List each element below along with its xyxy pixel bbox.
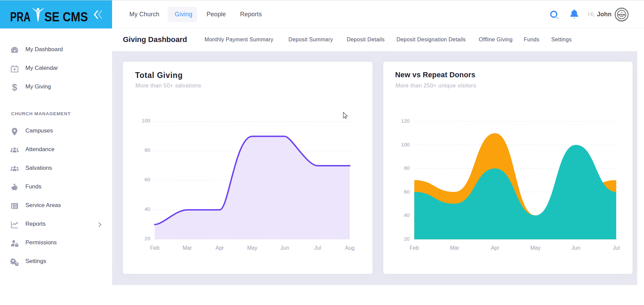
svg-text:Mar: Mar	[450, 245, 459, 251]
svg-text:100: 100	[142, 118, 150, 123]
svg-text:80: 80	[145, 147, 151, 153]
svg-text:40: 40	[404, 212, 410, 218]
svg-text:May: May	[530, 245, 540, 251]
svg-text:Jul: Jul	[613, 245, 620, 251]
svg-text:120: 120	[401, 118, 410, 124]
svg-text:May: May	[247, 245, 257, 251]
svg-text:Jul: Jul	[314, 245, 321, 251]
svg-text:Aug: Aug	[345, 245, 355, 251]
svg-text:100: 100	[401, 142, 410, 147]
svg-text:60: 60	[404, 189, 410, 195]
svg-text:NOVA: NOVA	[618, 13, 625, 16]
svg-text:Apr: Apr	[491, 245, 500, 251]
svg-text:60: 60	[145, 177, 151, 182]
svg-text:Feb: Feb	[150, 245, 159, 251]
svg-text:Apr: Apr	[216, 245, 224, 251]
svg-text:20: 20	[404, 236, 410, 242]
svg-text:20: 20	[145, 236, 151, 241]
svg-text:Jun: Jun	[280, 245, 289, 251]
svg-text:Feb: Feb	[410, 245, 419, 251]
svg-text:Jun: Jun	[572, 245, 580, 251]
svg-text:80: 80	[404, 165, 410, 171]
svg-text:Mar: Mar	[183, 245, 192, 251]
svg-text:40: 40	[145, 206, 151, 212]
